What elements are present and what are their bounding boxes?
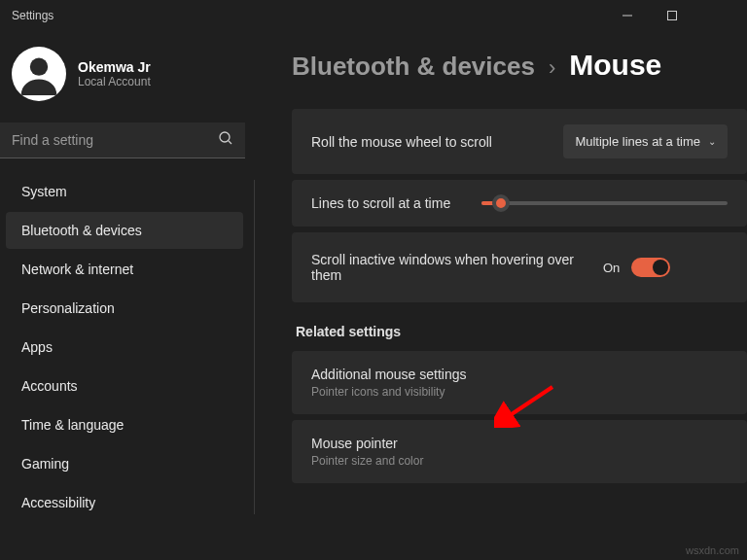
search-input[interactable] <box>12 132 218 148</box>
minimize-button[interactable] <box>605 0 650 31</box>
nav-item-gaming[interactable]: Gaming <box>6 445 243 482</box>
related-settings-title: Related settings <box>296 324 747 339</box>
scroll-inactive-toggle[interactable] <box>631 258 670 277</box>
related-mouse-pointer[interactable]: Mouse pointer Pointer size and color <box>292 420 747 483</box>
breadcrumb-parent[interactable]: Bluetooth & devices <box>292 52 535 82</box>
setting-lines-to-scroll: Lines to scroll at a time <box>292 180 747 227</box>
setting-scroll-wheel: Roll the mouse wheel to scroll Multiple … <box>292 109 747 174</box>
nav-divider <box>254 180 255 514</box>
setting-label: Scroll inactive windows when hovering ov… <box>311 252 603 283</box>
toggle-state-label: On <box>603 261 620 275</box>
page-title: Mouse <box>569 49 661 82</box>
maximize-button[interactable] <box>650 0 694 31</box>
breadcrumb: Bluetooth & devices › Mouse <box>292 49 747 82</box>
nav: System Bluetooth & devices Network & int… <box>0 172 249 522</box>
svg-line-4 <box>229 141 231 144</box>
svg-point-3 <box>220 132 230 142</box>
slider-thumb[interactable] <box>492 194 510 212</box>
setting-scroll-inactive: Scroll inactive windows when hovering ov… <box>292 232 747 302</box>
avatar <box>12 47 66 101</box>
related-item-sub: Pointer icons and visibility <box>311 385 728 399</box>
user-name: Okemwa Jr <box>78 59 151 75</box>
search-icon <box>218 130 233 150</box>
related-item-sub: Pointer size and color <box>311 454 728 468</box>
setting-label: Lines to scroll at a time <box>311 195 450 211</box>
nav-item-time-language[interactable]: Time & language <box>6 406 243 443</box>
related-item-title: Additional mouse settings <box>311 367 728 382</box>
setting-label: Roll the mouse wheel to scroll <box>311 134 563 150</box>
svg-rect-1 <box>668 12 677 20</box>
nav-item-system[interactable]: System <box>6 173 243 210</box>
lines-slider[interactable] <box>481 201 728 205</box>
related-item-title: Mouse pointer <box>311 436 728 451</box>
scroll-wheel-select[interactable]: Multiple lines at a time ⌄ <box>563 124 728 158</box>
chevron-down-icon: ⌄ <box>708 136 716 147</box>
window-controls <box>605 0 739 31</box>
nav-item-bluetooth-devices[interactable]: Bluetooth & devices <box>6 212 243 249</box>
svg-point-2 <box>30 58 48 76</box>
window-title: Settings <box>12 9 53 22</box>
nav-item-accounts[interactable]: Accounts <box>6 368 243 404</box>
nav-item-apps[interactable]: Apps <box>6 329 243 366</box>
close-button[interactable] <box>694 0 739 31</box>
user-account-type: Local Account <box>78 75 151 88</box>
search-box[interactable] <box>0 122 245 158</box>
titlebar: Settings <box>0 0 747 31</box>
nav-item-network-internet[interactable]: Network & internet <box>6 251 243 288</box>
watermark: wsxdn.com <box>686 544 739 556</box>
nav-item-accessibility[interactable]: Accessibility <box>6 484 243 521</box>
nav-item-personalization[interactable]: Personalization <box>6 290 243 327</box>
chevron-right-icon: › <box>549 55 555 81</box>
user-block[interactable]: Okemwa Jr Local Account <box>0 37 249 111</box>
main-content: Bluetooth & devices › Mouse Roll the mou… <box>249 31 747 560</box>
sidebar: Okemwa Jr Local Account System Bluetooth… <box>0 31 249 560</box>
toggle-knob <box>653 260 668 275</box>
select-value: Multiple lines at a time <box>575 134 700 149</box>
related-additional-mouse-settings[interactable]: Additional mouse settings Pointer icons … <box>292 351 747 414</box>
